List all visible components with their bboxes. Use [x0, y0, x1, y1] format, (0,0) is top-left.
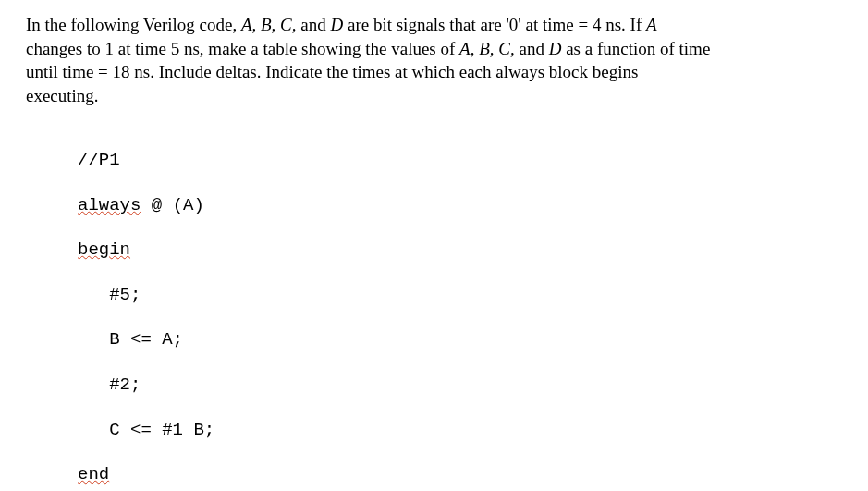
text-segment: and — [297, 15, 331, 34]
text-segment: executing. — [26, 86, 99, 105]
keyword-begin: begin — [78, 239, 842, 261]
verilog-code-block: //P1 always @ (A) begin #5; B <= A; #2; … — [78, 127, 842, 491]
text-segment: as a function of time — [561, 39, 710, 58]
code-comment-p1: //P1 — [78, 149, 842, 171]
text-segment: In the following Verilog code, — [26, 15, 241, 34]
problem-statement: In the following Verilog code, A, B, C, … — [26, 13, 842, 108]
code-assign-c: C <= #1 B; — [78, 419, 842, 441]
code-delay-2: #2; — [78, 374, 842, 396]
code-always-a: always @ (A) — [78, 194, 842, 216]
sensitivity-a: @ (A) — [141, 195, 203, 215]
var-d: D — [330, 15, 343, 34]
var-d: D — [549, 39, 562, 58]
code-assign-b: B <= A; — [78, 328, 842, 350]
text-segment: changes to 1 at time 5 ns, make a table … — [26, 39, 459, 58]
code-delay-5: #5; — [78, 284, 842, 306]
keyword-always: always — [78, 195, 141, 215]
keyword-end: end — [78, 463, 842, 485]
text-segment: are bit signals that are '0' at time = 4… — [343, 15, 646, 34]
var-a: A — [646, 15, 657, 34]
text-segment: until time = 18 ns. Include deltas. Indi… — [26, 62, 638, 81]
text-segment: and — [515, 39, 549, 58]
var-abcd: A, B, C, — [459, 39, 515, 58]
var-abcd: A, B, C, — [241, 15, 297, 34]
